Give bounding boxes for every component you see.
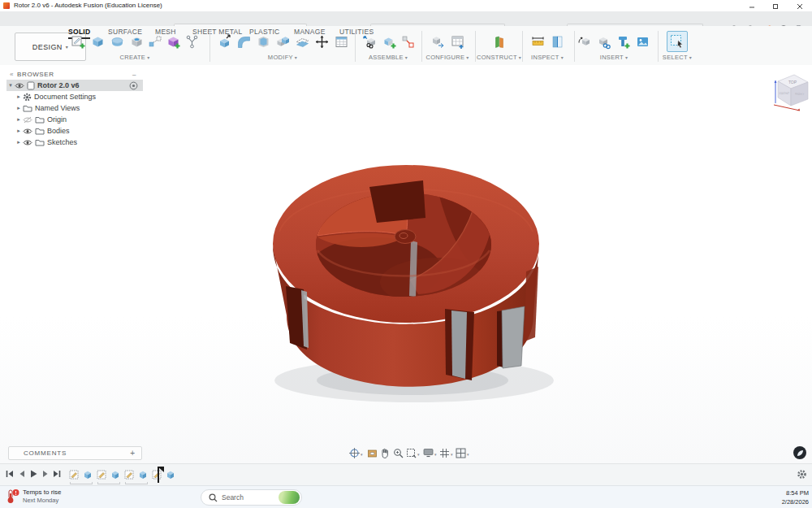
timeline-play-button[interactable] [28, 469, 38, 479]
group-label-construct[interactable]: CONSTRUCT▾ [477, 54, 520, 61]
viewcube-right-label: RIGHT [795, 93, 805, 97]
pan-icon[interactable] [380, 448, 390, 458]
create-form-icon[interactable] [166, 34, 181, 50]
timeline-step-forward-button[interactable] [41, 469, 50, 479]
folder-icon [23, 104, 32, 112]
select-tool-active[interactable] [667, 31, 688, 52]
group-label-assemble[interactable]: ASSEMBLE▾ [357, 54, 419, 61]
browser-row-document-settings[interactable]: ▸ Document Settings [6, 91, 143, 102]
look-at-icon[interactable] [367, 448, 378, 458]
timeline-go-start-button[interactable] [5, 469, 15, 479]
browser-row-named-views[interactable]: ▸ Named Views [6, 102, 143, 114]
grid-snaps-icon[interactable] [439, 448, 450, 458]
fit-icon[interactable] [406, 448, 417, 458]
shell-icon[interactable] [256, 34, 271, 50]
maximize-button[interactable] [771, 2, 779, 10]
configuration-icon[interactable] [430, 34, 446, 50]
fillet-icon[interactable] [236, 34, 252, 50]
timeline-extrude-feature[interactable] [137, 468, 148, 480]
change-parameters-icon[interactable] [334, 34, 349, 50]
press-pull-icon[interactable] [217, 34, 232, 50]
orbit-caret[interactable]: ▾ [361, 452, 363, 457]
create-sketch-icon[interactable] [71, 34, 86, 50]
group-inspect: INSPECT▾ [524, 31, 571, 63]
browser-row-origin[interactable]: ▸ Origin [6, 114, 143, 125]
timeline-settings-gear-icon[interactable] [797, 469, 807, 480]
view-cube[interactable]: TOP FRONT RIGHT [767, 69, 812, 114]
grid-snaps-caret[interactable]: ▾ [451, 452, 453, 457]
group-label-create[interactable]: CREATE▾ [63, 54, 206, 61]
expand-caret[interactable]: ▸ [15, 116, 23, 123]
expand-caret[interactable]: ▸ [15, 105, 23, 111]
expand-caret[interactable]: ▸ [15, 139, 23, 145]
browser-row-sketches[interactable]: ▸ Sketches [6, 137, 143, 148]
group-label-configure[interactable]: CONFIGURE▾ [423, 54, 472, 61]
insert-fastener-icon[interactable] [615, 34, 631, 50]
group-label-insert[interactable]: INSERT▾ [573, 54, 654, 61]
visibility-eye-icon[interactable] [23, 128, 32, 135]
weather-headline[interactable]: Temps to rise [23, 488, 62, 496]
insert-canvas-icon[interactable] [635, 34, 650, 50]
timeline-sketch-feature[interactable] [96, 468, 106, 480]
timeline-extrude-feature[interactable] [82, 468, 93, 480]
add-comment-icon[interactable]: + [130, 449, 135, 458]
visibility-eye-icon[interactable] [15, 82, 24, 89]
zoom-icon[interactable] [393, 448, 404, 458]
timeline-sketch-feature[interactable] [123, 468, 134, 480]
weather-widget-icon[interactable] [5, 488, 20, 505]
construct-plane-icon[interactable] [491, 34, 507, 50]
timeline-extrude-feature[interactable] [165, 468, 175, 480]
browser-minimize-icon[interactable]: – [132, 71, 136, 78]
timeline-playhead-flag[interactable] [158, 467, 165, 473]
close-button[interactable] [796, 2, 803, 10]
folder-icon [35, 138, 45, 146]
expand-caret[interactable]: ▾ [6, 82, 15, 89]
assistant-icon[interactable] [793, 446, 806, 459]
insert-derive-icon[interactable] [577, 34, 592, 49]
visibility-eye-icon[interactable] [23, 139, 32, 146]
minimize-button[interactable] [748, 2, 755, 10]
timeline-go-end-button[interactable] [52, 469, 62, 479]
browser-row-root[interactable]: ▾ Rotor 2.0 v6 [6, 80, 143, 91]
group-label-modify[interactable]: MODIFY▾ [213, 54, 352, 61]
pattern-icon[interactable] [149, 35, 162, 48]
viewport-3d[interactable]: « BROWSER – ▾ Rotor 2.0 v6 ▸ Document Se… [0, 65, 812, 485]
revolve-icon[interactable] [110, 34, 125, 50]
section-analysis-icon[interactable] [550, 34, 565, 50]
insert-component-icon[interactable] [362, 34, 378, 50]
search-highlight-image[interactable] [279, 491, 300, 504]
derive-icon[interactable] [185, 35, 199, 49]
taskbar-clock[interactable]: 8:54 PM 2/28/2026 [773, 488, 809, 506]
search-box[interactable]: Search [201, 489, 302, 506]
group-label-select[interactable]: SELECT▾ [659, 54, 695, 61]
visibility-off-eye-icon[interactable] [23, 116, 32, 124]
offset-face-icon[interactable] [295, 34, 310, 50]
measure-icon[interactable] [530, 34, 546, 50]
fit-caret[interactable]: ▾ [417, 452, 420, 457]
display-settings-icon[interactable] [423, 448, 434, 458]
joint-icon[interactable] [401, 35, 415, 49]
expand-caret[interactable]: ▸ [15, 93, 23, 100]
viewports-caret[interactable]: ▾ [467, 452, 469, 457]
timeline-step-back-button[interactable] [17, 469, 27, 479]
timeline-sketch-feature[interactable] [68, 468, 79, 480]
timeline-extrude-feature[interactable] [110, 468, 120, 480]
expand-caret[interactable]: ▸ [15, 128, 23, 134]
comments-bar[interactable]: COMMENTS + [8, 446, 142, 460]
ribbon-separator [658, 31, 659, 62]
configuration-table-icon[interactable] [450, 34, 465, 50]
viewports-icon[interactable] [456, 448, 466, 458]
insert-mesh-icon[interactable] [596, 34, 611, 50]
extrude-icon[interactable] [90, 34, 106, 50]
browser-collapse-icon[interactable]: « [10, 71, 14, 78]
group-label-inspect[interactable]: INSPECT▾ [524, 54, 571, 61]
hole-icon[interactable] [129, 34, 145, 50]
combine-icon[interactable] [275, 34, 291, 50]
move-icon[interactable] [314, 34, 330, 50]
display-settings-caret[interactable]: ▾ [434, 452, 437, 457]
orbit-icon[interactable] [349, 448, 360, 458]
activate-component-icon[interactable] [129, 81, 138, 90]
new-component-icon[interactable] [382, 34, 397, 50]
browser-row-bodies[interactable]: ▸ Bodies [6, 125, 143, 137]
group-modify: MODIFY▾ [213, 31, 352, 63]
